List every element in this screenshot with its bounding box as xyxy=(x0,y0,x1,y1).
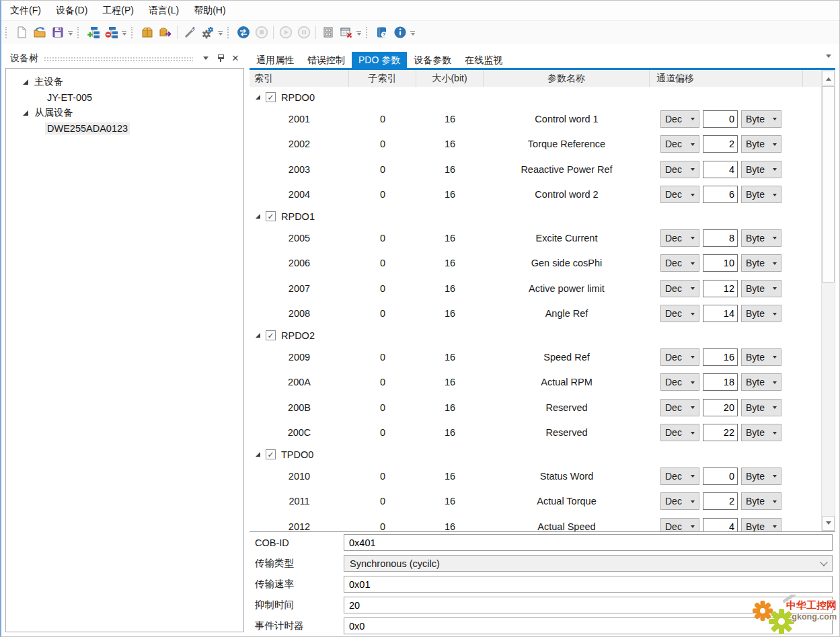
pdo-row[interactable]: 2012016Actual SpeedDecByte xyxy=(250,514,820,531)
panel-menu-caret-icon[interactable] xyxy=(200,53,211,64)
offset-input[interactable] xyxy=(703,280,738,297)
inhibit-time-input[interactable] xyxy=(344,597,833,613)
format-select[interactable]: Dec xyxy=(660,161,699,178)
offset-input[interactable] xyxy=(703,110,738,128)
stop-button[interactable] xyxy=(253,24,270,41)
format-select[interactable]: Dec xyxy=(660,229,699,247)
about-info-button[interactable] xyxy=(391,24,408,41)
menu-language[interactable]: 语言(L) xyxy=(141,1,186,20)
unit-select[interactable]: Byte xyxy=(741,424,781,441)
open-project-button[interactable] xyxy=(31,24,48,41)
scrollbar-thumb[interactable] xyxy=(822,86,835,283)
import-device-button[interactable] xyxy=(139,24,155,41)
pdo-row[interactable]: 2009016Speed RefDecByte xyxy=(250,344,820,370)
wizard-button[interactable] xyxy=(181,24,198,41)
tab-overflow-caret-icon[interactable] xyxy=(826,54,831,61)
pdo-row[interactable]: 2004016Control word 2DecByte xyxy=(250,182,820,208)
unit-select[interactable]: Byte xyxy=(741,399,781,416)
offset-input[interactable] xyxy=(703,399,738,416)
group-expander-icon[interactable] xyxy=(256,333,260,338)
format-select[interactable]: Dec xyxy=(660,348,699,366)
offset-input[interactable] xyxy=(703,254,738,272)
format-select[interactable]: Dec xyxy=(660,280,699,297)
tree-node[interactable]: JY-ET-005 xyxy=(6,89,243,105)
offset-input[interactable] xyxy=(703,424,738,441)
pdo-row[interactable]: 2001016Control word 1DecByte xyxy=(250,106,820,132)
tab-error-control[interactable]: 错误控制 xyxy=(301,52,352,68)
pdo-group-row[interactable]: ✓RPDO1 xyxy=(250,207,820,225)
run-button[interactable] xyxy=(277,24,294,41)
add-device-button[interactable] xyxy=(85,24,102,41)
offset-input[interactable] xyxy=(703,518,738,531)
offset-input[interactable] xyxy=(703,135,738,153)
format-select[interactable]: Dec xyxy=(660,399,699,416)
unit-select[interactable]: Byte xyxy=(741,467,781,485)
pdo-row[interactable]: 2011016Actual TorqueDecByte xyxy=(250,489,820,515)
format-select[interactable]: Dec xyxy=(660,373,699,391)
pause-button[interactable] xyxy=(295,24,312,41)
vertical-scrollbar[interactable] xyxy=(821,70,835,531)
tree-expander-icon[interactable] xyxy=(23,110,28,116)
file-group-caret[interactable] xyxy=(68,31,73,38)
format-select[interactable]: Dec xyxy=(660,135,699,153)
view-group-caret[interactable] xyxy=(356,31,361,38)
tab-device-params[interactable]: 设备参数 xyxy=(407,52,458,68)
unit-select[interactable]: Byte xyxy=(741,161,781,178)
unit-select[interactable]: Byte xyxy=(741,186,781,203)
format-select[interactable]: Dec xyxy=(660,110,699,128)
format-select[interactable]: Dec xyxy=(660,186,699,203)
offset-input[interactable] xyxy=(703,373,738,391)
tree-group-master-device[interactable]: 主设备 xyxy=(6,74,243,89)
offset-input[interactable] xyxy=(703,467,738,485)
offset-input[interactable] xyxy=(703,348,738,366)
panel-pin-icon[interactable] xyxy=(215,53,226,64)
event-timer-input[interactable] xyxy=(344,617,833,634)
pdo-group-row[interactable]: ✓TPDO0 xyxy=(250,445,820,463)
offset-input[interactable] xyxy=(703,305,738,322)
save-button[interactable] xyxy=(49,24,66,41)
format-select[interactable]: Dec xyxy=(660,424,699,441)
transmission-type-select[interactable]: Synchronous (cycilc) xyxy=(344,555,833,572)
pdo-row[interactable]: 2006016Gen side cosPhiDecByte xyxy=(250,251,820,276)
cob-id-input[interactable] xyxy=(344,534,833,551)
group-expander-icon[interactable] xyxy=(256,452,260,457)
export-device-button[interactable] xyxy=(157,24,174,41)
panel-close-icon[interactable]: ✕ xyxy=(230,53,241,64)
offset-input[interactable] xyxy=(703,492,738,510)
scroll-down-button[interactable] xyxy=(822,516,835,531)
pdo-row[interactable]: 200A016Actual RPMDecByte xyxy=(250,370,820,396)
unit-select[interactable]: Byte xyxy=(741,135,781,153)
unit-select[interactable]: Byte xyxy=(741,518,781,531)
format-select[interactable]: Dec xyxy=(660,467,699,485)
menu-file[interactable]: 文件(F) xyxy=(3,1,48,20)
tree-node[interactable]: DWE255ADA0123 xyxy=(6,120,243,136)
group-expander-icon[interactable] xyxy=(256,214,260,219)
tab-pdo-params[interactable]: PDO 参数 xyxy=(352,52,407,68)
tab-general-properties[interactable]: 通用属性 xyxy=(250,52,301,68)
tools-group-caret[interactable] xyxy=(218,31,223,38)
format-select[interactable]: Dec xyxy=(660,305,699,322)
connect-button[interactable] xyxy=(235,24,252,41)
tree-group-slave-device[interactable]: 从属设备 xyxy=(6,105,243,120)
pdo-group-row[interactable]: ✓RPDO2 xyxy=(250,326,820,344)
pdo-row[interactable]: 2005016Excite CurrentDecByte xyxy=(250,225,820,251)
pdo-row[interactable]: 2003016Reaactive Power RefDecByte xyxy=(250,157,820,182)
unit-select[interactable]: Byte xyxy=(741,373,781,391)
offset-input[interactable] xyxy=(703,229,738,247)
offset-input[interactable] xyxy=(703,186,738,203)
archive-drawers-button[interactable] xyxy=(319,24,336,41)
device-group-caret[interactable] xyxy=(122,31,126,38)
unit-select[interactable]: Byte xyxy=(741,305,781,322)
unit-select[interactable]: Byte xyxy=(741,492,781,510)
menu-project[interactable]: 工程(P) xyxy=(95,1,141,20)
scroll-up-button[interactable] xyxy=(822,71,835,85)
pdo-row[interactable]: 2010016Status WordDecByte xyxy=(250,463,820,489)
pdo-row[interactable]: 2007016Active power limitDecByte xyxy=(250,276,820,301)
new-file-button[interactable] xyxy=(13,24,30,41)
transmission-rate-input[interactable] xyxy=(344,576,833,593)
group-checkbox[interactable]: ✓ xyxy=(266,330,276,340)
menu-device[interactable]: 设备(D) xyxy=(48,1,95,20)
pdo-group-row[interactable]: ✓RPDO0 xyxy=(250,88,820,106)
help-manual-button[interactable]: ? xyxy=(373,24,390,41)
offset-input[interactable] xyxy=(703,161,738,178)
